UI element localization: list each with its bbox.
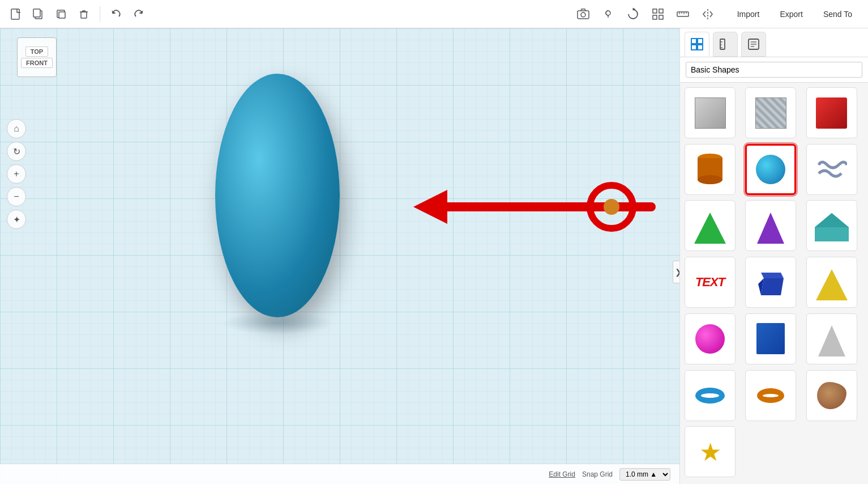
box-blue-icon <box>756 323 785 354</box>
svg-rect-26 <box>691 39 696 44</box>
import-button[interactable]: Import <box>728 6 769 22</box>
svg-point-7 <box>581 12 585 17</box>
shape-selector: Basic Shapes Letters Numbers Connectors … <box>680 57 868 83</box>
shape-cylinder[interactable] <box>685 144 736 195</box>
tab-grid[interactable] <box>685 32 709 57</box>
panel-tabs <box>680 28 868 57</box>
shapes-grid: TEXT <box>680 83 868 484</box>
star-icon: ★ <box>699 438 721 466</box>
canvas-area[interactable]: TOP FRONT ⌂ ↻ + − ✦ ❯ Edit Grid Snap Gri… <box>0 28 679 484</box>
zoom-out-button[interactable]: − <box>7 187 26 206</box>
roof-icon <box>815 210 849 241</box>
grid-icon[interactable] <box>649 5 667 23</box>
svg-marker-43 <box>761 278 784 295</box>
sphere-magenta-icon <box>695 324 725 354</box>
shape-torus[interactable] <box>685 370 736 421</box>
svg-rect-11 <box>653 15 657 19</box>
organic-icon <box>817 382 846 409</box>
tab-notes[interactable] <box>741 32 766 57</box>
svg-marker-42 <box>815 213 849 227</box>
svg-rect-13 <box>677 12 689 16</box>
ruler-icon[interactable] <box>674 5 692 23</box>
shape-box[interactable] <box>685 87 736 138</box>
camera-icon[interactable] <box>574 5 592 23</box>
svg-rect-6 <box>578 11 589 19</box>
orbit-button[interactable]: ↻ <box>7 142 26 161</box>
svg-rect-27 <box>698 39 703 44</box>
sphere-blue-icon <box>756 155 785 184</box>
shape-sphere-blue[interactable] <box>745 144 796 195</box>
view-top[interactable]: TOP <box>25 46 48 57</box>
svg-rect-12 <box>659 15 663 19</box>
duplicate-button[interactable] <box>52 5 70 23</box>
right-panel: Basic Shapes Letters Numbers Connectors … <box>679 28 868 484</box>
toolbar-sep-1 <box>100 6 100 22</box>
bottom-bar: Edit Grid Snap Grid 1.0 mm ▲ 0.5 mm 2.0 … <box>0 464 679 484</box>
shape-roof[interactable] <box>806 200 857 251</box>
shape-cube-red[interactable] <box>806 87 857 138</box>
edit-grid-label[interactable]: Edit Grid <box>549 470 575 478</box>
shape-sphere-magenta[interactable] <box>685 313 736 364</box>
shape-box-blue[interactable] <box>745 313 796 364</box>
home-button[interactable]: ⌂ <box>7 119 26 138</box>
snap-grid-label: Snap Grid <box>582 470 613 478</box>
svg-rect-10 <box>659 9 663 13</box>
undo-button[interactable] <box>107 5 125 23</box>
tab-ruler[interactable] <box>713 32 738 57</box>
toolbar: Import Export Send To <box>0 0 868 28</box>
toolbar-right: Import Export Send To <box>574 5 861 23</box>
send-to-button[interactable]: Send To <box>814 6 861 22</box>
box-icon <box>695 97 726 129</box>
snap-grid-select[interactable]: 1.0 mm ▲ 0.5 mm 2.0 mm 5.0 mm <box>619 468 670 481</box>
cylinder-icon <box>696 152 724 186</box>
svg-marker-45 <box>761 273 784 278</box>
ellipsoid-shape <box>215 74 340 317</box>
shape-organic[interactable] <box>806 370 857 421</box>
shape-prism[interactable] <box>745 257 796 308</box>
torus-icon <box>695 388 725 404</box>
rotate-icon[interactable] <box>624 5 642 23</box>
torus-orange-icon <box>757 388 784 403</box>
shape-text[interactable]: TEXT <box>685 257 736 308</box>
cone-gray-icon <box>818 325 845 356</box>
shape-star[interactable]: ★ <box>685 426 736 477</box>
shape-cone-green[interactable] <box>685 200 736 251</box>
svg-rect-28 <box>691 45 696 50</box>
svg-point-40 <box>698 175 722 184</box>
shape-cone-purple[interactable] <box>745 200 796 251</box>
cone-green-icon <box>694 213 726 244</box>
shape-category-select[interactable]: Basic Shapes Letters Numbers Connectors … <box>686 62 862 78</box>
left-controls: ⌂ ↻ + − ✦ <box>7 119 26 229</box>
svg-rect-9 <box>653 9 657 13</box>
svg-rect-0 <box>11 9 19 19</box>
toolbar-right-icons <box>574 5 717 23</box>
view-front[interactable]: FRONT <box>21 58 53 68</box>
shape-torus-orange[interactable] <box>745 370 796 421</box>
view-cube: TOP FRONT <box>17 37 57 77</box>
cube-red-icon <box>816 97 847 129</box>
svg-rect-2 <box>33 9 40 17</box>
collapse-panel-button[interactable]: ❯ <box>673 261 679 283</box>
svg-rect-29 <box>698 45 703 50</box>
shape-container[interactable] <box>215 74 340 334</box>
shape-pyramid-yellow[interactable] <box>806 257 857 308</box>
light-icon[interactable] <box>599 5 617 23</box>
mirror-icon[interactable] <box>699 5 717 23</box>
delete-button[interactable] <box>75 5 93 23</box>
zoom-in-button[interactable]: + <box>7 164 26 184</box>
new-button[interactable] <box>7 5 25 23</box>
cone-purple-icon <box>757 213 784 244</box>
copy-button[interactable] <box>29 5 48 23</box>
shape-cone-gray[interactable] <box>806 313 857 364</box>
export-button[interactable]: Export <box>771 6 811 22</box>
shape-box-hole[interactable] <box>745 87 796 138</box>
svg-rect-5 <box>81 12 87 18</box>
redo-button[interactable] <box>130 5 148 23</box>
shape-shadow <box>221 312 334 334</box>
box-hole-icon <box>755 97 786 129</box>
shape-wavy[interactable] <box>806 144 857 195</box>
text-icon: TEXT <box>695 275 725 290</box>
fit-button[interactable]: ✦ <box>7 210 26 229</box>
wavy-icon <box>816 154 847 185</box>
pyramid-yellow-icon <box>816 269 848 300</box>
